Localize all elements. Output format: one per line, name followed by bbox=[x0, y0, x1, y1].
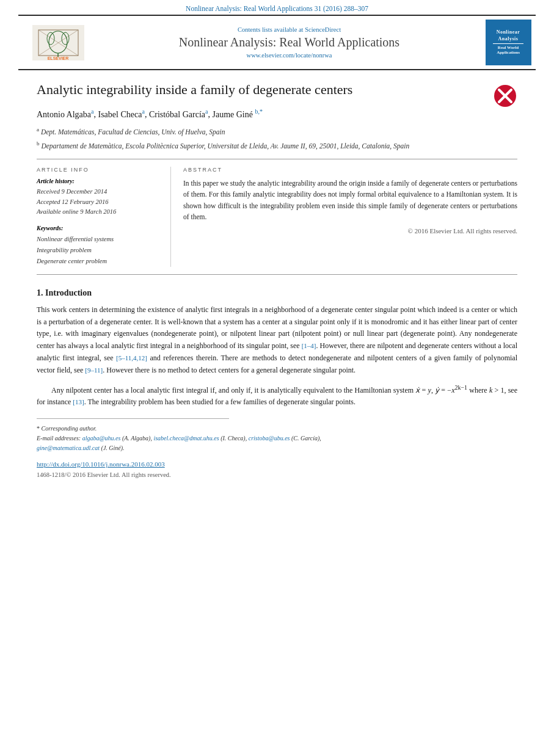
ref-5-12[interactable]: [5–11,4,12] bbox=[116, 354, 147, 362]
elsevier-logo: ELSEVIER bbox=[32, 25, 84, 60]
journal-logo-area: NonlinearAnalysis Real WorldApplications bbox=[481, 20, 536, 65]
ref-13[interactable]: [13] bbox=[73, 398, 84, 405]
authors-line: Antonio Algabaa, Isabel Checaa, Cristóba… bbox=[37, 108, 517, 120]
email-checa[interactable]: isabel.checa@dmat.uhu.es bbox=[153, 435, 219, 442]
footnote-corresponding: * Corresponding author. E-mail addresses… bbox=[37, 424, 517, 453]
doi-link[interactable]: http://dx.doi.org/10.1016/j.nonrwa.2016.… bbox=[37, 460, 517, 468]
divider-2 bbox=[37, 274, 517, 275]
journal-banner: ELSEVIER Contents lists available at Sci… bbox=[18, 15, 536, 70]
email-algaba[interactable]: algaba@uhu.es bbox=[82, 435, 121, 442]
divider-1 bbox=[37, 159, 517, 159]
ref-9-11[interactable]: [9–11] bbox=[85, 366, 103, 374]
intro-heading: 1. Introduction bbox=[37, 288, 517, 298]
article-info-column: ARTICLE INFO Article history: Received 9… bbox=[37, 167, 171, 267]
contents-link-text: Contents lists available at ScienceDirec… bbox=[238, 26, 341, 33]
ref-1-4[interactable]: [1–4] bbox=[302, 342, 316, 349]
svg-text:ELSEVIER: ELSEVIER bbox=[47, 56, 68, 60]
email-garcia[interactable]: cristoba@ubu.es bbox=[249, 435, 290, 442]
journal-title: Nonlinear Analysis: Real World Applicati… bbox=[179, 35, 399, 49]
abstract-label: ABSTRACT bbox=[183, 167, 517, 173]
footnote-divider bbox=[37, 418, 229, 419]
intro-para1: This work centers in determining the exi… bbox=[37, 304, 517, 377]
affiliation-a: a Dept. Matemáticas, Facultad de Ciencia… bbox=[37, 126, 517, 137]
article-info-label: ARTICLE INFO bbox=[37, 167, 161, 173]
elsevier-logo-img: ELSEVIER bbox=[32, 25, 84, 60]
crossmark-logo bbox=[493, 84, 517, 108]
bottom-links: http://dx.doi.org/10.1016/j.nonrwa.2016.… bbox=[37, 460, 517, 479]
affiliation-b: b Departament de Matemàtica, Escola Poli… bbox=[37, 140, 517, 151]
article-title: Analytic integrability inside a family o… bbox=[37, 81, 352, 99]
intro-para2: Any nilpotent center has a local analyti… bbox=[37, 383, 517, 409]
abstract-text: In this paper we study the analytic inte… bbox=[183, 178, 517, 223]
title-row: Analytic integrability inside a family o… bbox=[37, 81, 517, 108]
keywords-section: Keywords: Nonlinear differential systems… bbox=[37, 225, 161, 267]
journal-url: www.elsevier.com/locate/nonrwa bbox=[247, 52, 332, 59]
article-history: Article history: Received 9 December 201… bbox=[37, 178, 161, 217]
info-abstract-section: ARTICLE INFO Article history: Received 9… bbox=[37, 167, 517, 267]
copyright-text: © 2016 Elsevier Ltd. All rights reserved… bbox=[183, 227, 517, 234]
journal-logo-box: NonlinearAnalysis Real WorldApplications bbox=[486, 20, 531, 65]
main-content: Analytic integrability inside a family o… bbox=[0, 81, 554, 479]
journal-citation-header: Nonlinear Analysis: Real World Applicati… bbox=[0, 0, 554, 15]
publisher-logo-area: ELSEVIER bbox=[18, 20, 98, 65]
journal-title-area: Contents lists available at ScienceDirec… bbox=[98, 20, 481, 65]
abstract-column: ABSTRACT In this paper we study the anal… bbox=[183, 167, 517, 267]
issn-text: 1468-1218/© 2016 Elsevier Ltd. All right… bbox=[37, 471, 171, 478]
email-gine[interactable]: gine@matematica.udl.cat bbox=[37, 445, 100, 451]
